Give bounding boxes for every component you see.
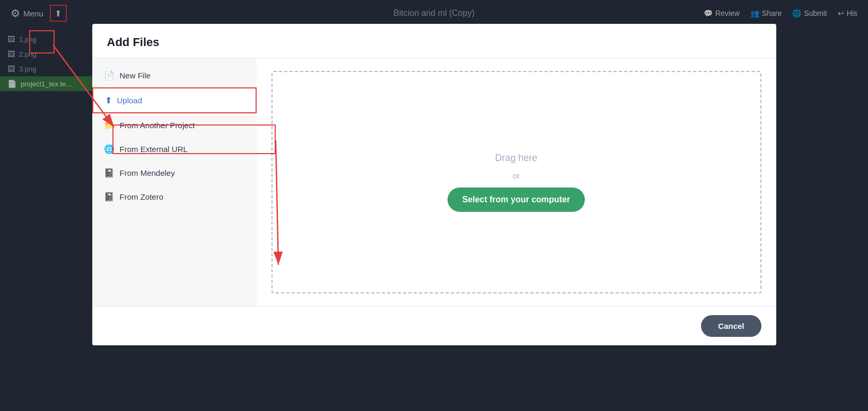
- modal-header: Add Files: [92, 24, 776, 58]
- nav-item-external-url[interactable]: 🌐 From External URL: [92, 137, 257, 161]
- nav-item-another-project[interactable]: 📁 From Another Project: [92, 113, 257, 137]
- modal-title: Add Files: [107, 35, 160, 49]
- dropzone[interactable]: Drag here or Select from your computer: [271, 71, 761, 293]
- modal-nav: 📄 New File ⬆ Upload 📁 From Another Proje…: [92, 58, 257, 306]
- add-files-modal: Add Files 📄 New File ⬆ Upload 📁 From Ano…: [92, 24, 776, 345]
- new-file-icon: 📄: [104, 70, 115, 81]
- modal-footer: Cancel: [92, 306, 776, 345]
- mendeley-icon: 📓: [104, 168, 115, 178]
- upload-nav-icon: ⬆: [105, 95, 112, 105]
- nav-item-mendeley[interactable]: 📓 From Mendeley: [92, 161, 257, 185]
- drag-here-text: Drag here: [495, 153, 537, 164]
- zotero-icon: 📓: [104, 192, 115, 202]
- modal-body: 📄 New File ⬆ Upload 📁 From Another Proje…: [92, 58, 776, 306]
- or-text: or: [513, 171, 520, 180]
- nav-item-zotero[interactable]: 📓 From Zotero: [92, 185, 257, 209]
- modal-content: Drag here or Select from your computer: [257, 58, 776, 306]
- modal-overlay: Add Files 📄 New File ⬆ Upload 📁 From Ano…: [0, 0, 868, 411]
- select-from-computer-button[interactable]: Select from your computer: [448, 187, 585, 212]
- folder-icon: 📁: [104, 120, 115, 130]
- nav-item-upload[interactable]: ⬆ Upload: [92, 87, 257, 113]
- globe-icon: 🌐: [104, 144, 115, 154]
- cancel-button[interactable]: Cancel: [701, 315, 761, 337]
- nav-item-new-file[interactable]: 📄 New File: [92, 64, 257, 87]
